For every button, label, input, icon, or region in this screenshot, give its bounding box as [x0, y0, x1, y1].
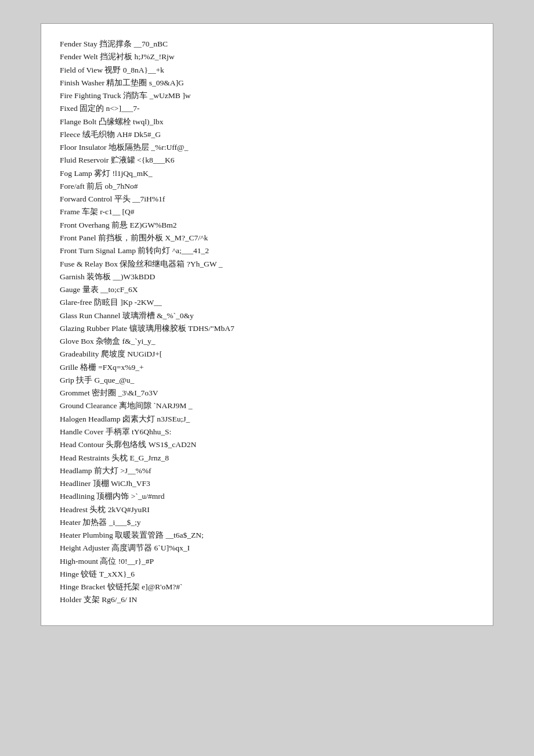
- list-item: Height Adjuster 高度调节器 6`U]%qx_I: [60, 542, 474, 555]
- list-item: Hinge Bracket 铰链托架 e]@R'oM?#`: [60, 581, 474, 593]
- list-item: Holder 支架 Rg6/_6/ IN: [60, 593, 474, 606]
- list-item: Head Restraints 头枕 E_G_Jrnz_8: [60, 452, 474, 465]
- list-item: Floor Insulator 地板隔热层 _%r:Uff@_: [60, 141, 474, 154]
- list-item: Heater Plumbing 取暖装置管路 __t6a$_ZN;: [60, 529, 474, 542]
- list-item: Headliner 顶棚 WiCJh_VF3: [60, 477, 474, 490]
- list-item: Front Panel 前挡板，前围外板 X_M?_C7/^k: [60, 232, 474, 244]
- list-item: Head Contour 头廓包络线 WS1$_cAD2N: [60, 438, 474, 451]
- list-item: Forward Control 平头 __7iH%1f: [60, 193, 474, 206]
- list-item: Hinge 铰链 T_xXX}_6: [60, 568, 474, 581]
- list-item: Field of View 视野 0_8nA}__+k: [60, 64, 474, 77]
- list-item: Front Turn Signal Lamp 前转向灯 ^a;___41_2: [60, 244, 474, 257]
- list-item: Ground Clearance 离地间隙 `NARJ9M _: [60, 399, 474, 412]
- list-item: Finish Washer 精加工垫圈 s_09&A]G: [60, 77, 474, 89]
- list-item: Fleece 绒毛织物 AH# Dk5#_G: [60, 128, 474, 141]
- list-item: Glove Box 杂物盒 f&_`yi_y_: [60, 335, 474, 348]
- list-item: Fluid Reservoir 贮液罐 <{k8___K6: [60, 154, 474, 167]
- list-item: Front Overhang 前悬 EZ)GW%Bm2: [60, 219, 474, 232]
- list-item: Fuse & Relay Box 保险丝和继电器箱 ?Yh_GW _: [60, 258, 474, 271]
- list-item: Fire Fighting Truck 消防车 _wUzMB ]w: [60, 89, 474, 102]
- list-item: Fixed 固定的 n<>]___7-: [60, 102, 474, 115]
- list-item: Handle Cover 手柄罩 tY6Qhhu_S:: [60, 426, 474, 438]
- list-item: Fender Welt 挡泥衬板 h;J%Z_!Rjw: [60, 51, 474, 63]
- list-item: Grip 扶手 G_que_@u_: [60, 374, 474, 387]
- list-item: Glare-free 防眩目 ]Kp -2KW__: [60, 296, 474, 309]
- list-item: Heater 加热器 _i___$_;y: [60, 516, 474, 529]
- list-item: Halogen Headlamp 卤素大灯 n3JSEu;J_: [60, 413, 474, 426]
- list-item: Flange Bolt 凸缘螺栓 twql)_lbx: [60, 116, 474, 128]
- document-container: Fender Stay 挡泥撑条 __70_nBCFender Welt 挡泥衬…: [41, 23, 493, 626]
- list-item: Garnish 装饰板 __)W3kBDD: [60, 271, 474, 283]
- list-item: Fore/aft 前后 ob_7hNo#: [60, 180, 474, 193]
- list-item: Glass Run Channel 玻璃滑槽 &_%`_0&y: [60, 309, 474, 322]
- list-item: Headlining 顶棚内饰 >`_u/#mrd: [60, 490, 474, 503]
- list-item: Gauge 量表 __to;cF_6X: [60, 283, 474, 296]
- content-list: Fender Stay 挡泥撑条 __70_nBCFender Welt 挡泥衬…: [60, 38, 474, 607]
- list-item: High-mount 高位 !0!__r}_#P: [60, 555, 474, 568]
- list-item: Gradeability 爬坡度 NUGiDJ+[: [60, 348, 474, 361]
- list-item: Headrest 头枕 2kVQ#JyuRI: [60, 503, 474, 516]
- list-item: Grille 格栅 =FXq=x%9_+: [60, 361, 474, 374]
- list-item: Headlamp 前大灯 >J__%%f: [60, 465, 474, 477]
- list-item: Frame 车架 r-c1__ [Q#: [60, 206, 474, 218]
- list-item: Fender Stay 挡泥撑条 __70_nBC: [60, 38, 474, 51]
- list-item: Fog Lamp 雾灯 !l1jQq_mK_: [60, 167, 474, 180]
- list-item: Grommet 密封圈 _3\&I_7o3V: [60, 387, 474, 399]
- list-item: Glazing Rubber Plate 镶玻璃用橡胶板 TDHS/"MbA7: [60, 322, 474, 335]
